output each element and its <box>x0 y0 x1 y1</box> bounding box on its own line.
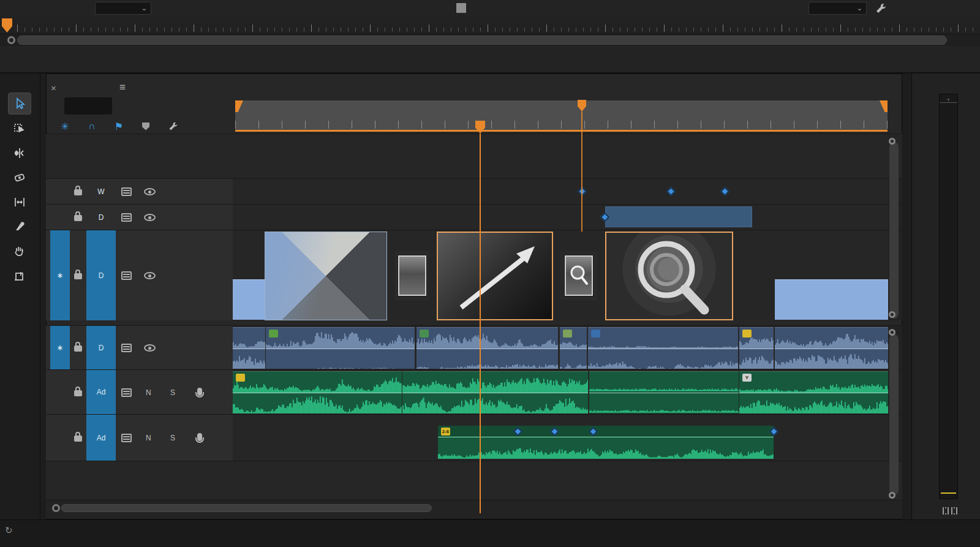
track-label[interactable]: D <box>86 230 116 320</box>
audio-clip[interactable] <box>775 327 888 369</box>
source-patch-indicator[interactable]: ∗ <box>50 326 70 369</box>
loop-icon[interactable]: ↻ <box>5 525 13 536</box>
audio-scroll-bottom-knob[interactable] <box>889 492 895 499</box>
track-lane[interactable] <box>233 230 888 320</box>
vertical-zoom-navigator[interactable]: + <box>939 94 958 499</box>
frame-toggle-right-icon[interactable] <box>951 507 957 515</box>
sync-lock-icon[interactable] <box>121 187 132 196</box>
audio-clip[interactable] <box>402 371 588 413</box>
timeline-clip[interactable] <box>605 206 752 227</box>
work-area-end-marker[interactable] <box>880 100 888 112</box>
audio-clip[interactable] <box>266 327 415 369</box>
track-label[interactable]: Ad <box>86 370 116 414</box>
audio-clip[interactable] <box>233 371 402 413</box>
timeline-settings-wrench-icon[interactable] <box>167 120 179 132</box>
video-clip[interactable] <box>775 279 888 320</box>
audio-clip[interactable] <box>739 327 774 369</box>
marker-shield-icon[interactable] <box>140 120 152 132</box>
timecode-display[interactable] <box>64 97 112 115</box>
track-lock-icon[interactable] <box>74 215 83 223</box>
clip-fx-badge[interactable]: 2-6 <box>441 428 450 436</box>
track-label[interactable]: Ad <box>86 415 116 461</box>
sync-lock-icon[interactable] <box>121 434 132 442</box>
clip-fx-badge[interactable]: Y <box>742 374 752 382</box>
track-label[interactable]: W <box>86 179 116 204</box>
track-lock-icon[interactable] <box>74 390 83 398</box>
track-lane[interactable]: 2-6 <box>233 415 888 461</box>
sync-lock-icon[interactable] <box>121 344 132 352</box>
video-tracks-scrollbar[interactable] <box>889 142 899 319</box>
top-scrollbar[interactable] <box>0 34 980 46</box>
audio-clip[interactable] <box>589 371 739 413</box>
track-lock-icon[interactable] <box>74 345 83 353</box>
audio-clip[interactable]: 2-6 <box>438 426 774 459</box>
audio-clip[interactable] <box>233 327 265 369</box>
razor-tool-button[interactable] <box>8 167 31 189</box>
video-clip-magnifier[interactable] <box>605 232 733 320</box>
clip-fx-badge[interactable] <box>742 330 752 338</box>
clip-fx-badge[interactable] <box>236 374 245 382</box>
video-clip-pinwheel[interactable] <box>265 232 387 320</box>
selection-tool-button[interactable] <box>8 92 31 115</box>
timeline-zoom-dropdown[interactable]: ⌄ <box>95 2 151 15</box>
clip-keyframe-lane[interactable] <box>438 426 774 437</box>
global-ruler[interactable] <box>0 17 980 34</box>
track-lane[interactable] <box>233 326 888 369</box>
track-output-eye-icon[interactable] <box>144 188 156 195</box>
track-select-forward-tool-button[interactable] <box>8 118 31 140</box>
work-area-start-marker[interactable] <box>235 100 243 112</box>
close-panel-button[interactable]: × <box>51 83 56 93</box>
snap-toggle-icon[interactable]: ∩ <box>86 120 98 132</box>
nest-toggle-icon[interactable]: ✳ <box>59 120 71 132</box>
track-lane[interactable] <box>233 179 888 204</box>
track-label[interactable]: D <box>86 326 116 369</box>
ruler-home-marker-icon[interactable] <box>2 18 12 32</box>
zoom-out-knob[interactable] <box>52 504 60 512</box>
video-clip[interactable] <box>233 279 265 320</box>
track-output-eye-icon[interactable] <box>144 272 156 279</box>
keyframe-diamond[interactable] <box>666 187 676 197</box>
keyframe-diamond[interactable] <box>720 187 730 197</box>
track-output-eye-icon[interactable] <box>144 214 156 221</box>
mute-button[interactable]: N <box>146 434 151 442</box>
track-lock-icon[interactable] <box>74 273 83 281</box>
voiceover-mic-icon[interactable] <box>197 388 202 396</box>
sync-lock-icon[interactable] <box>121 271 132 280</box>
track-lock-icon[interactable] <box>74 436 83 443</box>
type-tool-button[interactable] <box>8 266 31 288</box>
video-scroll-top-knob[interactable] <box>889 138 895 145</box>
video-clip-arrow[interactable] <box>437 232 553 320</box>
sync-lock-icon[interactable] <box>121 213 132 222</box>
clip-fx-badge[interactable] <box>591 330 600 338</box>
track-label[interactable]: D <box>86 205 116 230</box>
audio-clip[interactable] <box>588 327 738 369</box>
panel-drag-handle[interactable] <box>456 3 466 13</box>
track-lane[interactable]: Y <box>233 370 888 414</box>
audio-scroll-top-knob[interactable] <box>889 329 895 336</box>
solo-button[interactable]: S <box>170 388 175 397</box>
audio-tracks-scrollbar[interactable] <box>889 334 899 495</box>
source-patch-indicator[interactable]: ∗ <box>50 230 70 320</box>
panel-menu-button[interactable]: ≡ <box>119 81 126 94</box>
mute-button[interactable]: N <box>146 388 151 397</box>
frame-toggle-left-icon[interactable] <box>943 507 949 515</box>
scrollbar-knob[interactable] <box>7 36 15 44</box>
track-lane[interactable] <box>233 205 888 230</box>
video-clip-small[interactable] <box>395 251 429 300</box>
clip-fx-badge[interactable] <box>269 330 278 338</box>
pen-tool-button[interactable] <box>8 216 31 238</box>
preset-dropdown[interactable]: ⌄ <box>809 2 867 15</box>
timeline-h-scrollbar-thumb[interactable] <box>61 504 432 512</box>
linked-selection-toggle-icon[interactable]: ⚑ <box>113 120 125 132</box>
audio-clip[interactable]: Y <box>739 371 888 413</box>
voiceover-mic-icon[interactable] <box>197 433 202 441</box>
clip-fx-badge[interactable] <box>563 330 572 338</box>
audio-clip[interactable] <box>417 327 558 369</box>
ripple-edit-tool-button[interactable] <box>8 142 31 164</box>
settings-wrench-icon[interactable] <box>875 2 887 15</box>
sync-lock-icon[interactable] <box>121 388 132 397</box>
video-clip-small[interactable] <box>560 251 597 300</box>
audio-clip[interactable] <box>560 327 587 369</box>
track-lock-icon[interactable] <box>74 189 83 197</box>
video-scroll-bottom-knob[interactable] <box>889 311 895 318</box>
